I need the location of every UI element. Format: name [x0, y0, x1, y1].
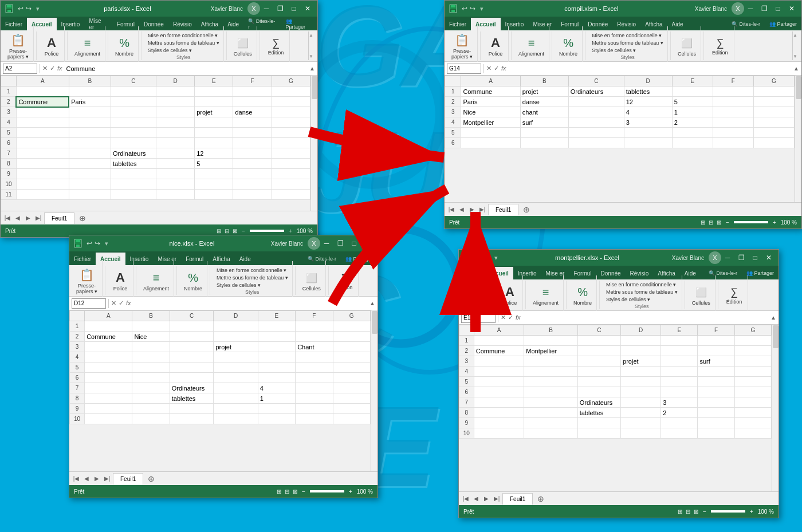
paris-scrollbar-thumb[interactable] — [312, 76, 317, 99]
compil-r5c7[interactable] — [753, 128, 794, 138]
nice-r5c3[interactable] — [170, 362, 214, 373]
compil-btn-nombre[interactable]: % Nombre — [557, 34, 580, 58]
montpellier-r5c5[interactable] — [661, 377, 698, 387]
nice-formula-fx[interactable]: fx — [126, 300, 131, 307]
paris-r2c1[interactable]: Commune — [16, 97, 69, 107]
paris-r11c6[interactable] — [233, 190, 272, 200]
nice-r8c4[interactable] — [214, 393, 258, 404]
compil-avatar[interactable]: X — [732, 2, 744, 15]
compil-r2c2[interactable]: danse — [520, 97, 568, 107]
nice-r5c5[interactable] — [258, 362, 295, 373]
nice-restore-button[interactable]: ❐ — [334, 238, 347, 249]
montpellier-r5c7[interactable] — [734, 377, 771, 387]
montpellier-r10c5[interactable] — [661, 428, 698, 439]
nice-r4c4[interactable] — [214, 352, 258, 362]
compil-r3c4[interactable]: 4 — [624, 107, 672, 117]
montpellier-r8c1[interactable] — [474, 408, 524, 418]
montpellier-r9c2[interactable] — [524, 418, 577, 428]
montpellier-r5c4[interactable] — [621, 377, 661, 387]
montpellier-r8c4[interactable] — [621, 408, 661, 418]
nice-formula-input[interactable] — [133, 298, 368, 309]
nice-r4c5[interactable] — [258, 352, 295, 362]
montpellier-r3c5[interactable] — [661, 356, 698, 367]
nice-mise-en-forme-btn[interactable]: Mise en forme conditionnelle ▾ — [215, 267, 290, 274]
compil-btn-police[interactable]: A Police — [485, 34, 506, 58]
paris-r2c4[interactable] — [156, 97, 194, 107]
compil-r3c7[interactable] — [753, 107, 794, 117]
paris-r8c1[interactable] — [16, 159, 69, 169]
compil-view-page[interactable]: ⊟ — [709, 219, 713, 226]
paris-r4c4[interactable] — [156, 117, 194, 128]
compil-formula-input[interactable] — [509, 64, 792, 74]
paris-quick-more[interactable]: ▾ — [36, 5, 40, 13]
compil-r5c2[interactable] — [520, 128, 568, 138]
paris-r11c7[interactable] — [272, 190, 310, 200]
compil-scrollbar[interactable] — [795, 76, 801, 202]
montpellier-r1c1[interactable] — [474, 336, 524, 346]
montpellier-r2c2[interactable]: Montpellier — [524, 346, 577, 356]
nice-r5c4[interactable] — [214, 362, 258, 373]
nice-r10c5[interactable] — [258, 414, 295, 424]
montpellier-r8c2[interactable] — [524, 408, 577, 418]
montpellier-r6c2[interactable] — [524, 387, 577, 397]
compil-redo[interactable]: ↪ — [470, 5, 475, 13]
paris-formula-confirm[interactable]: ✓ — [50, 65, 55, 72]
paris-r4c2[interactable] — [69, 117, 111, 128]
nice-r7c2[interactable] — [132, 383, 170, 393]
nice-zoom-minus[interactable]: − — [302, 488, 305, 495]
nice-btn-cellules[interactable]: ⬜ Cellules — [300, 269, 323, 293]
compil-nav-first[interactable]: |◀ — [447, 205, 456, 214]
nice-btn-presse[interactable]: 📋 Presse- papiers ▾ — [74, 266, 100, 295]
paris-r1c5[interactable] — [195, 86, 233, 97]
paris-btn-police[interactable]: A Police — [41, 34, 62, 58]
paris-r5c7[interactable] — [272, 128, 310, 138]
nice-formula-expand[interactable]: ▲ — [369, 300, 375, 306]
compil-view-preview[interactable]: ⊠ — [717, 219, 721, 226]
nice-r6c7[interactable] — [333, 373, 370, 383]
montpellier-r3c7[interactable] — [734, 356, 771, 367]
nice-cell-ref[interactable] — [72, 298, 106, 309]
paris-r10c6[interactable] — [233, 179, 272, 190]
paris-r2c6[interactable] — [233, 97, 272, 107]
montpellier-r8c5[interactable]: 2 — [661, 408, 698, 418]
compil-r5c5[interactable] — [672, 128, 713, 138]
paris-ribbon-scroll[interactable]: ▲ ▼ — [308, 31, 315, 60]
montpellier-r1c3[interactable] — [577, 336, 620, 346]
paris-r11c1[interactable] — [16, 190, 69, 200]
paris-r1c6[interactable] — [233, 86, 272, 97]
paris-btn-edition[interactable]: ∑ Édition — [265, 35, 288, 57]
nice-r9c7[interactable] — [333, 404, 370, 414]
paris-r9c6[interactable] — [233, 169, 272, 179]
paris-r5c5[interactable] — [195, 128, 233, 138]
paris-r7c1[interactable] — [16, 148, 69, 159]
nice-r10c6[interactable] — [296, 414, 333, 424]
compil-r4c6[interactable] — [713, 117, 753, 128]
nice-btn-edition[interactable]: ∑ Édition — [333, 270, 356, 291]
compil-quick-more[interactable]: ▾ — [480, 5, 483, 13]
compil-formula-cancel[interactable]: ✕ — [486, 65, 492, 72]
compil-save-icon[interactable] — [448, 3, 458, 14]
paris-r8c7[interactable] — [272, 159, 310, 169]
compil-r1c5[interactable] — [672, 86, 713, 97]
compil-r5c3[interactable] — [568, 128, 624, 138]
nice-tab-feuil1[interactable]: Feuil1 — [113, 473, 143, 484]
compil-r4c1[interactable]: Montpellier — [461, 117, 520, 128]
compil-r2c4[interactable]: 12 — [624, 97, 672, 107]
nice-r10c7[interactable] — [333, 414, 370, 424]
paris-r1c4[interactable] — [156, 86, 194, 97]
montpellier-btn-presse[interactable]: 📋 Presse- papiers ▾ — [463, 280, 489, 310]
nice-view-normal[interactable]: ⊞ — [277, 488, 281, 495]
montpellier-r8c3[interactable]: tablettes — [577, 408, 620, 418]
compil-r6c7[interactable] — [753, 138, 794, 148]
montpellier-r10c6[interactable] — [698, 428, 734, 439]
montpellier-r3c6[interactable]: surf — [698, 356, 734, 367]
paris-nav-prev[interactable]: ◀ — [13, 214, 22, 223]
compil-r1c2[interactable]: projet — [520, 86, 568, 97]
paris-r9c7[interactable] — [272, 169, 310, 179]
montpellier-tab-feuil1[interactable]: Feuil1 — [502, 493, 533, 505]
montpellier-r3c1[interactable] — [474, 356, 524, 367]
paris-btn-alignement[interactable]: ≡ Alignement — [72, 34, 103, 58]
montpellier-zoom-slider[interactable] — [711, 510, 745, 513]
montpellier-r7c4[interactable] — [621, 397, 661, 408]
montpellier-redo[interactable]: ↪ — [484, 254, 490, 262]
